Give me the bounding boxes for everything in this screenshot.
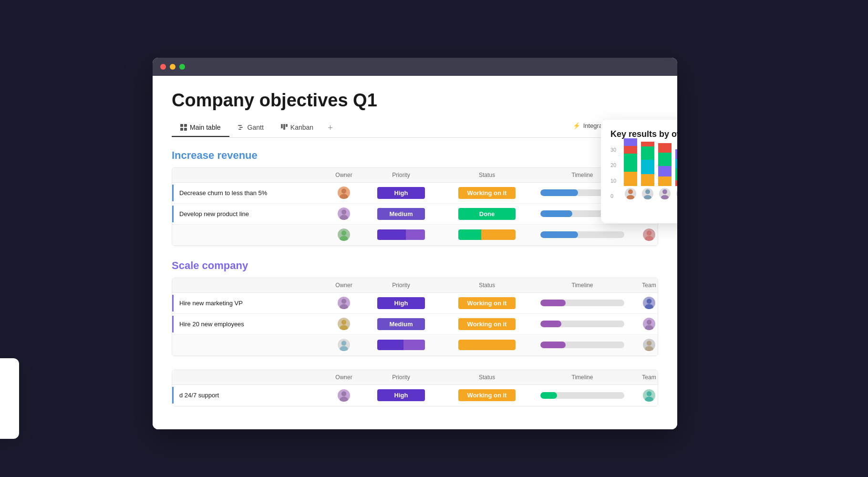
owner-avatar-2[interactable] (337, 207, 351, 221)
svg-point-36 (341, 391, 346, 396)
minimize-dot[interactable] (170, 64, 176, 70)
svg-point-31 (645, 325, 653, 331)
stacked-bar-1 (624, 138, 637, 186)
third-owner-avatar-1[interactable] (337, 388, 351, 403)
tab-kanban[interactable]: Kanban (272, 120, 322, 137)
svg-point-41 (627, 195, 634, 199)
key-results-panel: ··· Key results by owner 30 20 10 0 (601, 120, 677, 223)
svg-point-39 (645, 396, 653, 402)
summary-row-2 (172, 335, 658, 356)
bar-group-4 (675, 138, 677, 199)
tab-gantt[interactable]: Gantt (229, 120, 272, 137)
summary-timeline-bar-2 (540, 342, 566, 348)
scale-status-1[interactable]: Working on it (439, 294, 535, 312)
bar-seg-purple-3 (658, 166, 672, 176)
summary-avatar-2 (325, 335, 363, 355)
bar-seg-red-1 (624, 146, 637, 154)
summary-team-2 (630, 335, 658, 355)
svg-rect-8 (283, 124, 285, 130)
bar-seg-green-1 (624, 154, 637, 172)
bar-group-1 (624, 138, 637, 199)
col-timeline-2: Timeline (535, 278, 630, 292)
progress-status-panel: Progress status Working on it Stuck Done (0, 358, 19, 439)
section-third: Owner Priority Status Timeline Team + d … (172, 370, 658, 406)
summary-timeline-1 (535, 228, 630, 241)
page-title: Company objectives Q1 (172, 90, 658, 111)
third-priority-1[interactable]: High (363, 386, 439, 404)
bar-seg-red-4 (675, 180, 677, 186)
scale-team-1 (630, 293, 658, 313)
scale-status-badge-2: Working on it (458, 318, 516, 330)
summary-team-1 (630, 225, 658, 245)
mixed-status-bar-2 (458, 340, 516, 350)
svg-point-45 (661, 195, 669, 199)
svg-point-42 (645, 189, 650, 194)
third-status-1[interactable]: Working on it (439, 386, 535, 404)
scale-owner-1[interactable] (325, 293, 363, 313)
svg-point-35 (645, 346, 653, 352)
add-tab-button[interactable]: + (322, 119, 339, 138)
table-increase-revenue: Owner Priority Status Timeline Decrease … (172, 167, 658, 246)
scale-status-2[interactable]: Working on it (439, 315, 535, 333)
row-name-2: Develop new product line (172, 206, 325, 222)
scale-owner-2[interactable] (325, 314, 363, 334)
scale-priority-badge-1: High (377, 297, 425, 309)
browser-titlebar (153, 58, 677, 76)
maximize-dot[interactable] (179, 64, 185, 70)
browser-window: Company objectives Q1 Main table (153, 58, 677, 429)
team-avatar-2 (642, 338, 656, 352)
gantt-icon (238, 124, 245, 131)
table-header-1: Owner Priority Status Timeline (172, 168, 658, 183)
svg-rect-1 (184, 124, 187, 127)
bar-seg-green-3 (658, 153, 672, 166)
scale-priority-1[interactable]: High (363, 294, 439, 312)
svg-point-30 (647, 320, 651, 324)
svg-point-26 (647, 299, 651, 303)
scale-priority-2[interactable]: Medium (363, 315, 439, 333)
row-owner-1[interactable] (325, 183, 363, 203)
summary-status-1 (439, 227, 535, 243)
row-owner-2[interactable] (325, 204, 363, 224)
col-priority-2: Priority (363, 278, 439, 292)
row-status-1[interactable]: Working on it (439, 184, 535, 202)
row-priority-1[interactable]: High (363, 184, 439, 202)
summary-timeline-2 (535, 339, 630, 351)
bar-seg-red-2 (641, 142, 654, 146)
tab-main-table[interactable]: Main table (172, 120, 229, 137)
third-owner-1[interactable] (325, 385, 363, 405)
svg-point-20 (341, 230, 346, 235)
y-axis-labels: 30 20 10 0 (610, 147, 616, 199)
mixed-priority-bar-2 (377, 340, 425, 350)
svg-point-22 (647, 230, 651, 235)
scale-timeline-bar-1 (540, 300, 566, 306)
svg-point-19 (340, 215, 348, 221)
bar-seg-orange-2 (641, 174, 654, 186)
row-priority-2[interactable]: Medium (363, 205, 439, 223)
owner-avatar-1[interactable] (337, 186, 351, 200)
scale-owner-avatar-2[interactable] (337, 317, 351, 331)
section-increase-revenue: Increase revenue Owner Priority Status T… (172, 149, 658, 246)
bar-seg-green-2 (641, 146, 654, 160)
bar-avatar-2 (642, 188, 653, 199)
scale-owner-avatar-1[interactable] (337, 296, 351, 310)
table-third: Owner Priority Status Timeline Team + d … (172, 370, 658, 406)
summary-timeline-bar-1 (540, 231, 578, 238)
stacked-bar-2 (641, 138, 654, 186)
col-name-2 (172, 278, 325, 292)
svg-rect-9 (286, 124, 288, 127)
scale-team-avatar-2 (642, 317, 656, 331)
svg-rect-7 (281, 124, 283, 128)
col-name (172, 168, 325, 182)
svg-point-16 (341, 188, 346, 193)
third-timeline-container-1 (540, 392, 624, 399)
stacked-bar-3 (658, 138, 672, 186)
team-avatar-1 (642, 228, 656, 242)
summary-row-1 (172, 225, 658, 246)
y-label-0: 0 (610, 193, 616, 199)
close-dot[interactable] (160, 64, 166, 70)
tab-kanban-label: Kanban (290, 124, 313, 131)
table-header-2: Owner Priority Status Timeline Team + (172, 278, 658, 293)
row-status-2[interactable]: Done (439, 205, 535, 223)
scale-timeline-container-1 (540, 300, 624, 306)
col-status-2: Status (439, 278, 535, 292)
